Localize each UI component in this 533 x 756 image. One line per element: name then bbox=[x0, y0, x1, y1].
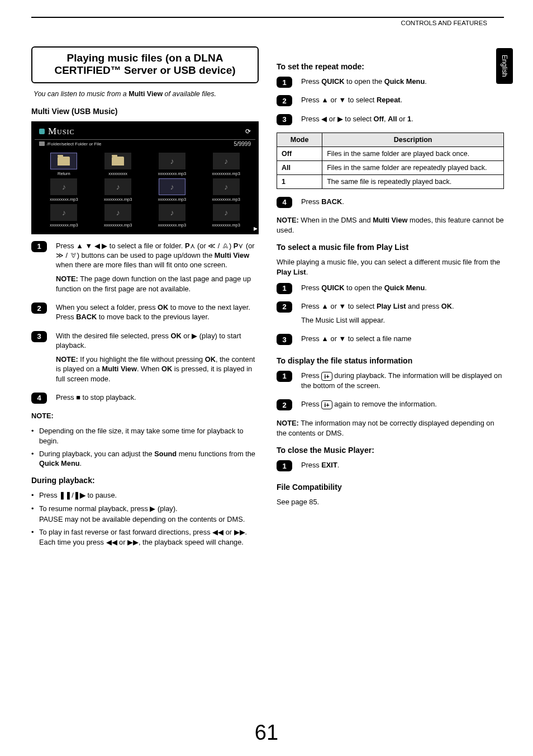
info-button-icon: i+ bbox=[321, 400, 332, 409]
playlist-step-1: 1 Press QUICK to open the Quick Menu. bbox=[277, 283, 504, 297]
ss-file-label: xxxxxxxxx.mp3 bbox=[212, 197, 240, 202]
step-badge-1: 1 bbox=[277, 283, 292, 294]
section-title: Playing music files (on a DLNA CERTIFIED… bbox=[40, 52, 250, 77]
repeat-step-1: 1 Press QUICK to open the Quick Menu. bbox=[277, 77, 504, 91]
step-badge-2: 2 bbox=[277, 399, 292, 410]
table-header-desc: Description bbox=[322, 133, 504, 147]
table-row: OffFiles in the same folder are played b… bbox=[277, 147, 504, 160]
music-multiview-screenshot: Music ⟳ /Folder/select Folder or File 5/… bbox=[31, 121, 259, 234]
repeat-step-4: 4 Press BACK. bbox=[277, 197, 504, 211]
music-note-icon: ♪ bbox=[62, 182, 66, 191]
step-badge-3: 3 bbox=[277, 334, 292, 345]
section-title-box: Playing music files (on a DLNA CERTIFIED… bbox=[31, 46, 259, 83]
list-item: During playback, you can adjust the Soun… bbox=[31, 449, 259, 469]
page-down-icon: ⋎ bbox=[238, 242, 244, 250]
compat-text: See page 85. bbox=[277, 497, 504, 507]
music-note-icon: ♪ bbox=[116, 182, 120, 191]
music-note-icon: ♪ bbox=[224, 157, 228, 166]
ss-breadcrumb: /Folder/select Folder or File bbox=[47, 141, 101, 147]
table-row: 1The same file is repeatedly played back… bbox=[277, 174, 504, 188]
left-icon: ◀ bbox=[321, 115, 327, 123]
note-heading: NOTE: bbox=[31, 412, 54, 420]
status-step-2: 2 Press i+ again to remove the informati… bbox=[277, 399, 504, 414]
ss-file-label: xxxxxxxxx.mp3 bbox=[50, 197, 78, 202]
ss-count: 5/9999 bbox=[234, 141, 251, 147]
music-note-icon: ♪ bbox=[224, 208, 228, 217]
music-disc-icon bbox=[39, 129, 45, 134]
status-note: NOTE: The information may not be correct… bbox=[277, 418, 504, 438]
during-playback-heading: During playback: bbox=[31, 476, 259, 485]
ss-file-label: xxxxxxxxx.mp3 bbox=[50, 223, 78, 228]
compat-heading: File Compatibility bbox=[277, 483, 504, 492]
step-3: 3 With the desired file selected, press … bbox=[31, 331, 259, 388]
ss-title: Music bbox=[39, 126, 74, 137]
multiview-heading: Multi View (USB Music) bbox=[31, 107, 259, 116]
music-note-icon: ♪ bbox=[170, 182, 174, 191]
list-item: To resume normal playback, press ▶ (play… bbox=[31, 504, 259, 525]
down-icon: ▼ bbox=[339, 96, 346, 104]
music-note-icon: ♪ bbox=[170, 208, 174, 217]
music-note-icon: ♪ bbox=[62, 208, 66, 217]
page-down-alt-icons: ≫ / ⩔ bbox=[56, 251, 77, 259]
step-2: 2 When you select a folder, press OK to … bbox=[31, 303, 259, 327]
stop-icon: ■ bbox=[76, 393, 80, 401]
up-icon: ▲ bbox=[321, 334, 329, 343]
ss-folder-label: xxxxxxxxx bbox=[108, 171, 127, 176]
repeat-heading: To set the repeat mode: bbox=[277, 62, 504, 71]
list-item: Press ❚❚/❚▶ to pause. bbox=[31, 490, 259, 500]
page-number: 61 bbox=[255, 721, 278, 745]
table-row: AllFiles in the same folder are repeated… bbox=[277, 160, 504, 174]
step-badge-3: 3 bbox=[277, 114, 292, 125]
step-badge-2: 2 bbox=[31, 303, 47, 314]
list-item: To play in fast reverse or fast forward … bbox=[31, 527, 259, 547]
playlist-heading: To select a music file from Play List bbox=[277, 243, 504, 252]
close-step-1: 1 Press EXIT. bbox=[277, 460, 504, 474]
page-up-icon: ⋏ bbox=[190, 242, 196, 250]
ss-file-label: xxxxxxxxx.mp3 bbox=[158, 171, 186, 176]
during-list: Press ❚❚/❚▶ to pause. To resume normal p… bbox=[31, 490, 259, 546]
step-badge-2: 2 bbox=[277, 95, 292, 106]
step-badge-1: 1 bbox=[277, 371, 292, 382]
step-1: 1 Press ▲ ▼ ◀ ▶ to select a file or fold… bbox=[31, 241, 259, 298]
fast-forward-icon: ▶▶ bbox=[127, 538, 139, 546]
step-badge-1: 1 bbox=[277, 460, 292, 471]
rewind-icon: ◀◀ bbox=[106, 538, 117, 546]
next-page-arrow-icon: ▸ bbox=[254, 224, 258, 233]
pause-play-icon: ❚❚/❚▶ bbox=[59, 491, 85, 499]
language-tab: English bbox=[496, 48, 513, 84]
header-section-label: CONTROLS AND FEATURES bbox=[31, 20, 504, 26]
step-badge-4: 4 bbox=[277, 197, 292, 208]
play-icon: ▶ bbox=[150, 504, 155, 513]
down-icon: ▼ bbox=[339, 334, 346, 343]
music-note-icon: ♪ bbox=[224, 182, 228, 191]
repeat-step-2: 2 Press ▲ or ▼ to select Repeat. bbox=[277, 95, 504, 109]
repeat-mode-table: Mode Description OffFiles in the same fo… bbox=[277, 133, 504, 189]
ss-file-label: xxxxxxxxx.mp3 bbox=[212, 223, 240, 228]
close-heading: To close the Music Player: bbox=[277, 446, 504, 455]
playlist-step-3: 3 Press ▲ or ▼ to select a file name bbox=[277, 334, 504, 348]
play-icon: ▶ bbox=[192, 332, 197, 340]
ss-file-label: xxxxxxxxx.mp3 bbox=[104, 223, 132, 228]
rewind-icon: ◀◀ bbox=[212, 528, 223, 536]
repeat-note: NOTE: When in the DMS and Multi View mod… bbox=[277, 215, 504, 235]
intro-text: You can listen to music from a Multi Vie… bbox=[31, 90, 259, 98]
right-icon: ▶ bbox=[337, 115, 343, 123]
status-heading: To display the file status information bbox=[277, 356, 504, 365]
step-badge-2: 2 bbox=[277, 301, 292, 313]
info-button-icon: i+ bbox=[321, 372, 332, 381]
ss-file-label: xxxxxxxxx.mp3 bbox=[158, 197, 186, 202]
language-label: English bbox=[501, 55, 508, 77]
ss-file-label: xxxxxxxxx.mp3 bbox=[158, 223, 186, 228]
music-note-icon: ♪ bbox=[170, 157, 174, 166]
status-step-1: 1 Press i+ during playback. The informat… bbox=[277, 371, 504, 395]
step-badge-1: 1 bbox=[31, 241, 47, 252]
table-header-mode: Mode bbox=[277, 133, 322, 147]
notes-list: Depending on the file size, it may take … bbox=[31, 426, 259, 468]
list-item: Depending on the file size, it may take … bbox=[31, 426, 259, 446]
playlist-step-2: 2 Press ▲ or ▼ to select Play List and p… bbox=[277, 301, 504, 330]
down-icon: ▼ bbox=[339, 302, 346, 310]
up-icon: ▲ bbox=[321, 302, 329, 310]
step-badge-1: 1 bbox=[277, 77, 292, 88]
music-note-icon: ♪ bbox=[116, 208, 120, 217]
folder-icon bbox=[39, 141, 45, 146]
